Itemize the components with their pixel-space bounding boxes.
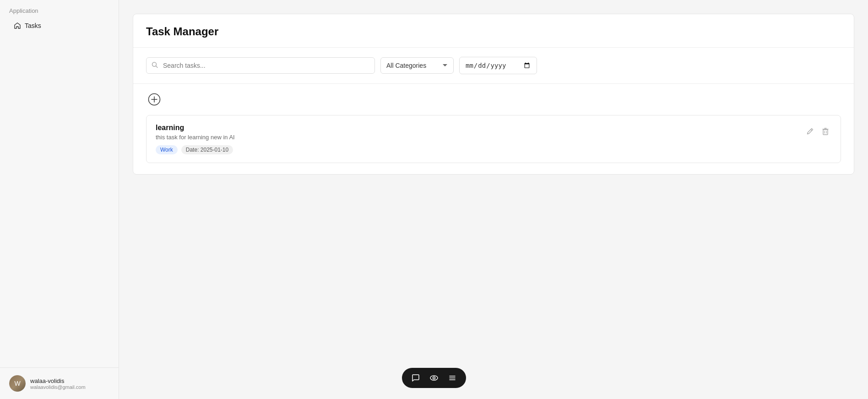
edit-icon (806, 127, 814, 136)
delete-task-button[interactable] (819, 126, 831, 137)
search-container (146, 57, 375, 74)
sidebar-tasks-label: Tasks (25, 22, 41, 29)
date-filter-input[interactable] (459, 57, 537, 74)
svg-point-12 (433, 377, 435, 379)
task-date-badge: Date: 2025-01-10 (181, 145, 233, 154)
user-profile: W walaa-volidis walaavolidis@gmail.com (0, 367, 119, 399)
avatar-initials: W (14, 380, 20, 387)
add-icon (148, 93, 161, 106)
sidebar-item-tasks[interactable]: Tasks (9, 19, 109, 33)
search-input[interactable] (146, 57, 375, 74)
task-card: learning this task for learning new in A… (146, 115, 841, 163)
add-task-button[interactable] (146, 91, 163, 108)
task-meta: Work Date: 2025-01-10 (156, 145, 804, 154)
task-description: this task for learning new in AI (156, 134, 804, 141)
task-manager-header: Task Manager (133, 14, 854, 48)
list-icon (448, 373, 457, 383)
edit-task-button[interactable] (804, 126, 816, 137)
eye-toolbar-button[interactable] (428, 372, 440, 384)
sidebar: Application Tasks W walaa-volidis walaav… (0, 0, 119, 399)
task-name: learning (156, 124, 804, 132)
svg-line-1 (156, 66, 158, 68)
home-icon (14, 22, 21, 29)
list-toolbar-button[interactable] (446, 372, 459, 384)
app-label: Application (9, 7, 109, 14)
search-icon (152, 62, 158, 70)
user-email: walaavolidis@gmail.com (30, 384, 86, 390)
avatar: W (9, 375, 26, 392)
user-name: walaa-volidis (30, 377, 86, 384)
svg-line-5 (811, 130, 812, 131)
avatar-image: W (9, 375, 26, 392)
trash-icon (821, 127, 830, 136)
category-select[interactable]: All CategoriesWorkPersonalShoppingOther (380, 57, 454, 74)
chat-icon (411, 373, 420, 383)
eye-icon (429, 373, 439, 383)
page-title: Task Manager (146, 25, 841, 38)
tasks-body: learning this task for learning new in A… (133, 84, 854, 174)
user-info: walaa-volidis walaavolidis@gmail.com (30, 377, 86, 390)
task-card-left: learning this task for learning new in A… (156, 124, 804, 154)
task-tag-badge: Work (156, 145, 178, 154)
svg-rect-6 (823, 130, 828, 135)
chat-toolbar-button[interactable] (409, 372, 422, 384)
bottom-toolbar (402, 368, 466, 388)
main-content: Task Manager All CategoriesWorkPersonalS… (119, 0, 868, 399)
task-card-actions (804, 126, 831, 137)
task-manager-panel: Task Manager All CategoriesWorkPersonalS… (133, 14, 854, 175)
toolbar: All CategoriesWorkPersonalShoppingOther (133, 48, 854, 84)
svg-point-11 (430, 376, 438, 380)
